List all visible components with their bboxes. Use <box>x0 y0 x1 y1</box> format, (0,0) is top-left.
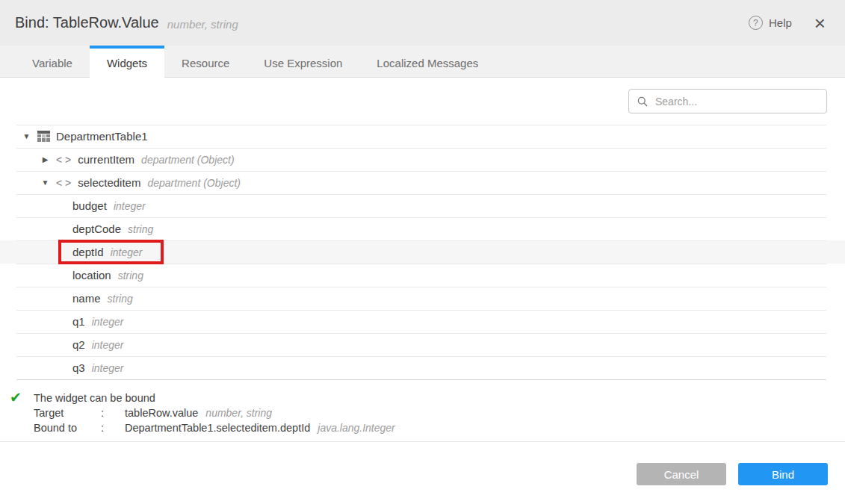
tree-node-type: integer <box>92 339 124 351</box>
table-icon <box>37 131 50 142</box>
tree-node-label: location <box>72 269 111 281</box>
red-annotation-box: deptId integer <box>58 240 164 264</box>
tree-row-deptid[interactable]: deptId integer <box>0 240 845 264</box>
target-value: tableRow.value <box>125 407 198 419</box>
help-button[interactable]: ? Help <box>749 16 792 30</box>
tree-node-label: budget <box>72 199 107 212</box>
tree-row-q1[interactable]: q1 integer <box>0 310 845 333</box>
tree-node-label: q1 <box>72 315 85 328</box>
target-separator: : <box>101 407 125 419</box>
check-icon: ✔ <box>10 390 22 405</box>
cancel-button[interactable]: Cancel <box>637 463 726 485</box>
tree-node-type: string <box>118 270 143 281</box>
search-box[interactable] <box>628 89 827 113</box>
bind-status-panel: ✔ The widget can be bound Target : table… <box>0 380 845 442</box>
tree-node-label: q3 <box>72 361 85 374</box>
boundto-value: DepartmentTable1.selecteditem.deptId <box>125 422 310 434</box>
tree-node-type: department (Object) <box>147 177 241 189</box>
titlebar-actions: ? Help × <box>749 13 826 33</box>
tree-node-label: selecteditem <box>78 176 140 189</box>
tab-bar: Variable Widgets Resource Use Expression… <box>0 46 845 78</box>
tab-variable[interactable]: Variable <box>15 46 90 77</box>
caret-down-icon[interactable]: ▼ <box>21 132 32 140</box>
tree-row-q3[interactable]: q3 integer <box>0 356 845 379</box>
tree-row-departmenttable1[interactable]: ▼ DepartmentTable1 <box>0 125 845 148</box>
search-input[interactable] <box>654 95 818 108</box>
close-icon[interactable]: × <box>814 13 826 33</box>
bind-dialog: Bind: TableRow.Value number, string ? He… <box>0 0 845 504</box>
tree-node-label: q2 <box>72 338 85 351</box>
tree-row-currentitem[interactable]: ▶ < > currentItem department (Object) <box>0 148 845 171</box>
status-message: The widget can be bound <box>34 392 155 404</box>
tree-row-budget[interactable]: budget integer <box>0 194 845 217</box>
tree-row-location[interactable]: location string <box>0 264 845 287</box>
status-check-column: ✔ <box>0 391 34 435</box>
tree-node-type: string <box>108 293 133 305</box>
widget-tree: ▼ DepartmentTable1 ▶ < > c <box>0 125 845 380</box>
object-brackets-icon: < > <box>56 177 71 189</box>
tab-use-expression[interactable]: Use Expression <box>247 46 359 77</box>
target-label: Target <box>34 407 101 419</box>
dialog-titlebar: Bind: TableRow.Value number, string ? He… <box>0 0 845 46</box>
boundto-separator: : <box>101 422 125 434</box>
dialog-title: Bind: TableRow.Value <box>15 14 159 31</box>
dialog-footer: Cancel Bind <box>0 442 845 485</box>
tree-node-label: deptId <box>72 246 104 258</box>
tree-node-type: integer <box>114 200 146 212</box>
status-body: The widget can be bound Target : tableRo… <box>34 391 395 435</box>
tree-node-type: integer <box>92 316 124 328</box>
tree-row-selecteditem[interactable]: ▼ < > selecteditem department (Object) <box>0 171 845 194</box>
target-type: number, string <box>205 407 272 419</box>
boundto-type: java.lang.Integer <box>318 422 395 434</box>
tab-resource[interactable]: Resource <box>164 46 247 77</box>
status-target-row: Target : tableRow.value number, string <box>34 405 395 420</box>
tree-node-type: integer <box>111 246 143 258</box>
dialog-title-type: number, string <box>167 16 238 31</box>
help-label: Help <box>769 16 792 29</box>
status-boundto-row: Bound to : DepartmentTable1.selecteditem… <box>34 420 395 435</box>
tree-row-q2[interactable]: q2 integer <box>0 333 845 356</box>
tree-row-deptcode[interactable]: deptCode string <box>0 217 845 240</box>
tree-node-type: department (Object) <box>141 154 235 166</box>
status-message-row: The widget can be bound <box>34 391 395 405</box>
tree-node-label: currentItem <box>78 153 134 166</box>
tree-node-type: string <box>128 223 153 235</box>
help-icon: ? <box>749 16 763 30</box>
caret-right-icon[interactable]: ▶ <box>40 155 51 164</box>
tree-node-type: integer <box>92 362 124 374</box>
tab-localized-messages[interactable]: Localized Messages <box>359 46 495 77</box>
tree-node-label: DepartmentTable1 <box>56 130 148 143</box>
tree-node-label: deptCode <box>72 223 121 235</box>
search-row <box>0 78 845 125</box>
caret-down-icon[interactable]: ▼ <box>40 178 51 187</box>
tree-node-label: name <box>72 292 101 305</box>
object-brackets-icon: < > <box>56 154 71 166</box>
boundto-label: Bound to <box>34 422 101 434</box>
search-icon <box>637 96 648 107</box>
tree-row-name[interactable]: name string <box>0 287 845 310</box>
tab-widgets[interactable]: Widgets <box>90 46 164 78</box>
bind-button[interactable]: Bind <box>738 463 828 485</box>
